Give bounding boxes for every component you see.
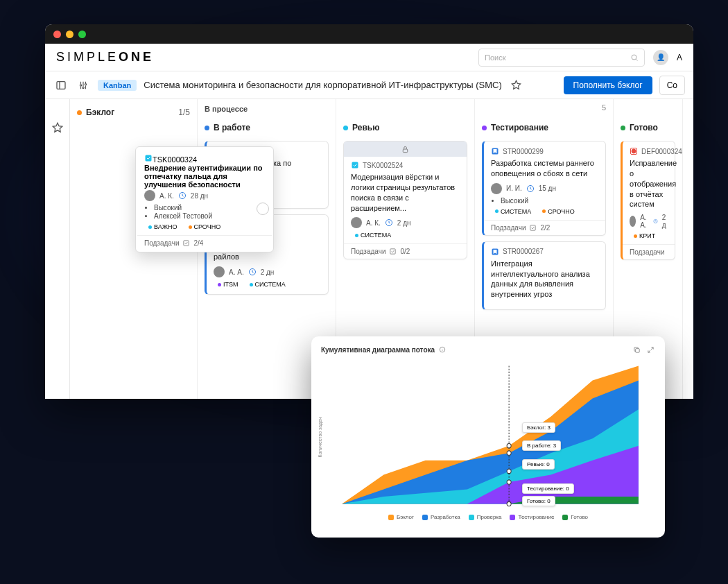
tooltip-done: Готово: 0 — [522, 496, 555, 506]
column-backlog-count: 1/5 — [178, 108, 190, 117]
svg-point-31 — [507, 501, 511, 506]
user-label: А — [677, 53, 682, 62]
svg-point-0 — [632, 55, 636, 60]
chart-panel: Кумулятивная диаграмма потока — [311, 336, 665, 538]
create-button[interactable]: Со — [659, 76, 685, 95]
card-id: TSK0002524 — [363, 162, 403, 169]
chart-area[interactable]: Бэклог: 3 В работе: 3 Ревью: 0 Тестирова… — [321, 359, 655, 511]
task-icon — [144, 154, 153, 162]
card-tsk2524[interactable]: TSK0002524 Модернизация вёрстки и логики… — [343, 141, 467, 259]
chart-legend: Бэклог Разработка Проверка Тестирование … — [321, 514, 655, 520]
task-icon — [351, 161, 359, 169]
user-avatar[interactable]: 👤 — [653, 50, 668, 65]
maximize-traffic-light[interactable] — [78, 31, 86, 38]
topbar: SIMPLEONE Поиск 👤 А — [45, 44, 693, 71]
svg-point-27 — [507, 444, 511, 448]
card-str299[interactable]: STR0000299 Разработка системы раннего оп… — [482, 141, 606, 236]
svg-rect-9 — [403, 149, 407, 153]
avatar — [491, 183, 502, 194]
checklist-icon — [389, 248, 397, 255]
svg-point-18 — [632, 149, 636, 153]
svg-rect-10 — [352, 162, 358, 169]
clock-icon — [526, 184, 535, 193]
tooltip-review: Ревью: 0 — [522, 459, 555, 470]
group-count: 5 — [602, 103, 606, 112]
close-traffic-light[interactable] — [53, 31, 61, 38]
clock-icon — [653, 217, 658, 225]
minimize-traffic-light[interactable] — [66, 31, 73, 38]
svg-rect-1 — [57, 81, 65, 89]
avatar — [144, 190, 155, 201]
story-icon — [491, 147, 499, 155]
card-id: STR0000267 — [503, 248, 544, 255]
fill-backlog-button[interactable]: Пополнить бэклог — [564, 76, 652, 94]
chart-title: Кумулятивная диаграмма потока — [321, 346, 435, 354]
story-icon — [491, 248, 499, 256]
search-placeholder: Поиск — [485, 53, 505, 62]
defect-icon — [630, 147, 638, 155]
project-bar: Kanban Система мониторинга и безопасност… — [45, 71, 693, 99]
svg-point-3 — [83, 87, 84, 88]
svg-point-30 — [507, 480, 511, 484]
info-icon[interactable] — [439, 346, 446, 353]
floating-card-tsk324[interactable]: TSK0000324 Внедрение аутентификации по о… — [135, 146, 274, 252]
sidebar-toggle-icon[interactable] — [53, 78, 69, 93]
drag-handle-icon[interactable] — [257, 203, 269, 215]
tooltip-backlog: Бэклог: 3 — [522, 422, 555, 433]
rail-star-icon[interactable] — [50, 120, 65, 135]
column-backlog-label: Бэклог — [86, 108, 114, 117]
logo: SIMPLEONE — [56, 50, 154, 65]
expand-icon[interactable] — [645, 345, 655, 354]
clock-icon — [178, 191, 187, 200]
avatar — [351, 217, 362, 228]
checklist-icon — [529, 224, 537, 232]
clock-icon — [385, 218, 393, 227]
card-id: STR0000299 — [503, 148, 544, 155]
avatar — [214, 266, 225, 277]
chart-ylabel: Количество задач — [318, 417, 322, 457]
card-str267[interactable]: STR0000267 Интеграция интеллектуального … — [482, 241, 606, 310]
checklist-icon — [182, 239, 190, 247]
filter-icon[interactable] — [76, 78, 91, 93]
svg-point-2 — [80, 84, 81, 85]
svg-rect-25 — [635, 348, 639, 352]
search-input[interactable]: Поиск — [478, 49, 645, 67]
copy-icon[interactable] — [632, 345, 641, 354]
sub-working-label: В работе — [214, 123, 250, 132]
svg-rect-12 — [390, 249, 395, 254]
svg-point-28 — [507, 451, 511, 455]
group-in-progress-label: В процессе — [205, 105, 248, 113]
svg-rect-23 — [184, 241, 189, 246]
svg-point-4 — [85, 83, 86, 85]
avatar — [630, 216, 636, 227]
tooltip-testing: Тестирование: 0 — [522, 483, 574, 494]
column-done-label: Готово — [630, 123, 658, 132]
search-icon — [630, 53, 639, 62]
svg-rect-21 — [146, 155, 152, 162]
project-title: Система мониторинга и безопасности для к… — [144, 80, 501, 90]
card-id: DEF0000324 — [641, 148, 682, 155]
sub-testing-label: Тестирование — [491, 123, 548, 132]
svg-rect-15 — [530, 225, 535, 230]
left-rail — [45, 99, 70, 399]
sub-review-label: Ревью — [352, 123, 379, 132]
board-type-tag: Kanban — [98, 80, 137, 91]
clock-icon — [248, 268, 257, 276]
svg-point-29 — [507, 469, 511, 473]
card-id: TSK0000324 — [153, 155, 197, 164]
star-icon[interactable] — [509, 78, 524, 93]
card-def324[interactable]: DEF0000324 Исправление о отображения в о… — [621, 141, 675, 260]
tooltip-work: В работе: 3 — [522, 440, 561, 451]
window-titlebar — [45, 24, 693, 44]
lock-icon — [401, 146, 409, 153]
